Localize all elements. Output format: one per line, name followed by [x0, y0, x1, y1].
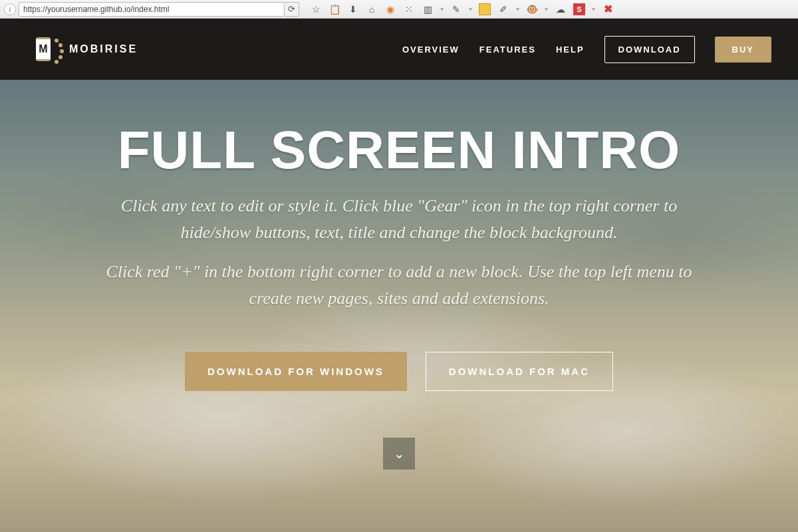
clipboard-icon[interactable]: 📋 — [329, 3, 340, 15]
dropdown-caret-icon[interactable]: ▾ — [440, 5, 444, 13]
archive-icon[interactable]: ▥ — [422, 3, 434, 15]
url-text: https://yourusername.github.io/index.htm… — [23, 5, 169, 14]
dropdown-caret-icon[interactable]: ▾ — [592, 5, 595, 13]
primary-nav: OVERVIEW FEATURES HELP DOWNLOAD BUY — [402, 36, 771, 63]
page-info-icon[interactable]: i — [4, 3, 16, 15]
tampermonkey-icon[interactable]: 🐵 — [526, 3, 538, 15]
x-extension-icon[interactable]: ✖ — [602, 3, 614, 15]
reload-button[interactable]: ⟳ — [285, 2, 299, 17]
download-arrow-icon[interactable]: ⬇ — [347, 3, 359, 15]
dropdown-caret-icon[interactable]: ▾ — [469, 5, 472, 13]
scroll-down-button[interactable]: ⌄ — [383, 438, 415, 469]
mobirise-logo-icon: M — [33, 36, 60, 63]
site-header: M MOBIRISE OVERVIEW FEATURES HELP DOWNLO… — [0, 19, 798, 80]
hero-section: FULL SCREEN INTRO Click any text to edit… — [0, 80, 798, 532]
dropdown-caret-icon[interactable]: ▾ — [545, 5, 548, 13]
s-extension-icon[interactable]: S — [573, 3, 585, 15]
download-mac-button[interactable]: DOWNLOAD FOR MAC — [426, 352, 613, 391]
hero-title[interactable]: FULL SCREEN INTRO — [118, 120, 681, 181]
brush-icon[interactable]: ✎ — [450, 3, 462, 15]
download-windows-button[interactable]: DOWNLOAD FOR WINDOWS — [185, 352, 407, 391]
chat-icon[interactable]: ☁ — [555, 3, 567, 15]
hero-paragraph-1[interactable]: Click any text to edit or style it. Clic… — [100, 193, 698, 247]
browser-chrome: i https://yourusername.github.io/index.h… — [0, 0, 798, 19]
brand[interactable]: M MOBIRISE — [33, 36, 138, 63]
browser-toolbar: ☆ 📋 ⬇ ⌂ ◉ ⁙ ▥ ▾ ✎ ▾ ✐ ▾ 🐵 ▾ ☁ S ▾ ✖ — [310, 3, 614, 15]
chevron-down-icon: ⌄ — [394, 446, 405, 462]
dropdown-caret-icon[interactable]: ▾ — [516, 5, 519, 13]
nav-buy-button[interactable]: BUY — [715, 37, 771, 63]
nav-overview[interactable]: OVERVIEW — [402, 45, 460, 55]
color-dots-icon[interactable]: ⁙ — [403, 3, 415, 15]
nav-help[interactable]: HELP — [556, 45, 585, 55]
brand-name: MOBIRISE — [69, 43, 138, 55]
home-icon[interactable]: ⌂ — [366, 3, 378, 15]
cta-row: DOWNLOAD FOR WINDOWS DOWNLOAD FOR MAC — [185, 352, 613, 391]
address-bar[interactable]: https://yourusername.github.io/index.htm… — [19, 2, 285, 17]
eyedropper-icon[interactable]: ✐ — [497, 3, 509, 15]
duckduckgo-icon[interactable]: ◉ — [384, 3, 396, 15]
star-icon[interactable]: ☆ — [310, 3, 322, 15]
nav-features[interactable]: FEATURES — [479, 45, 536, 55]
nav-download-button[interactable]: DOWNLOAD — [604, 36, 695, 63]
hero-paragraph-2[interactable]: Click red "+" in the bottom right corner… — [100, 259, 698, 313]
ruler-icon[interactable] — [479, 3, 491, 15]
